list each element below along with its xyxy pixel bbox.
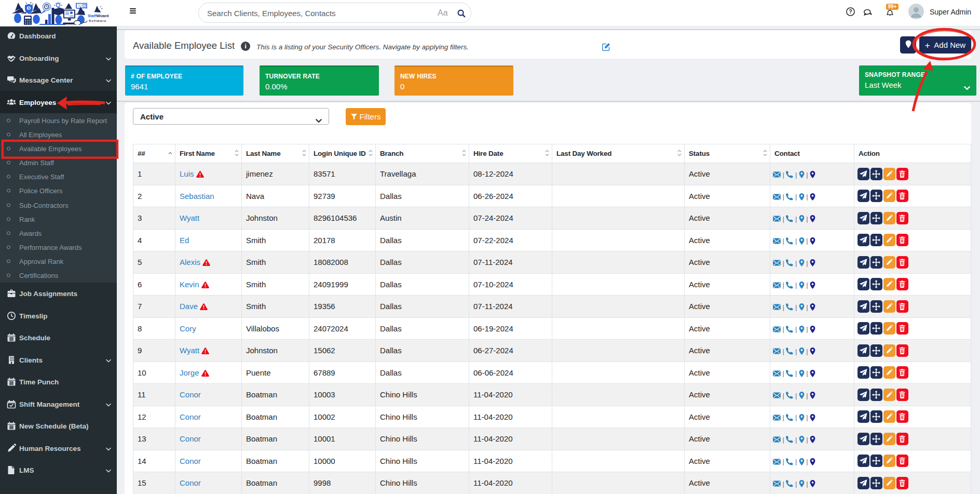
svg-text:StaffWizard: StaffWizard: [88, 14, 109, 18]
svg-text:?: ?: [849, 8, 852, 15]
svg-text:Software: Software: [89, 19, 106, 22]
